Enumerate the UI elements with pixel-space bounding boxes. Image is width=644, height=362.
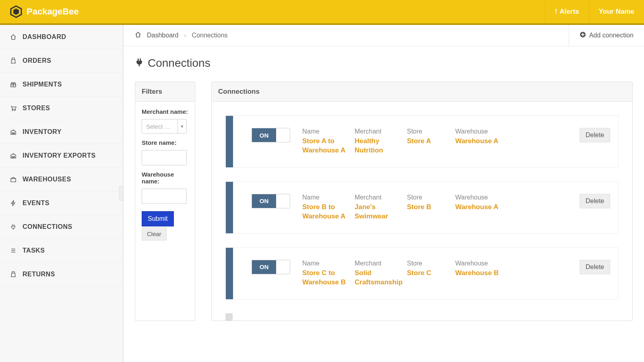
merchant-name-label: Merchant name: <box>142 108 188 115</box>
sidebar-item-label: EVENTS <box>23 200 50 207</box>
breadcrumb-current: Connections <box>192 32 228 39</box>
connection-card-partial <box>225 313 619 321</box>
bag-icon <box>10 57 17 64</box>
cart-icon <box>10 105 17 112</box>
field-label-merchant: Merchant <box>355 260 407 267</box>
field-label-merchant: Merchant <box>355 128 407 135</box>
connections-panel: Connections ON Name Store A to Warehouse… <box>211 82 633 321</box>
connection-name-link[interactable]: Store A to Warehouse A <box>302 137 355 155</box>
connection-card: ON Name Store C to Warehouse B Merchant … <box>225 247 619 300</box>
home-icon <box>10 33 17 41</box>
svg-point-4 <box>14 110 15 111</box>
gift-icon <box>10 81 17 88</box>
alert-icon: ! <box>555 8 557 16</box>
store-name-input[interactable] <box>142 150 187 165</box>
status-bar <box>226 116 233 167</box>
toggle-knob <box>276 128 290 142</box>
brand-logo-icon <box>10 5 23 18</box>
add-connection-label: Add connection <box>589 32 634 39</box>
delete-connection-button[interactable]: Delete <box>580 260 610 274</box>
plus-circle-icon <box>580 31 586 39</box>
connection-merchant-link[interactable]: Solid Craftsmanship <box>355 269 407 287</box>
brand[interactable]: PackageBee <box>0 5 79 18</box>
sidebar-item-orders[interactable]: ORDERS <box>0 49 123 73</box>
field-label-name: Name <box>302 128 355 135</box>
sidebar: DASHBOARD ORDERS SHIPMENTS STORES INVENT… <box>0 25 123 362</box>
field-label-warehouse: Warehouse <box>455 260 516 267</box>
warehouse-name-input[interactable] <box>142 189 187 204</box>
status-bar <box>226 248 233 299</box>
connection-toggle[interactable]: ON <box>252 260 290 274</box>
filters-submit-button[interactable]: Submit <box>142 211 174 226</box>
field-label-warehouse: Warehouse <box>455 194 516 201</box>
sidebar-item-events[interactable]: EVENTS <box>0 191 123 215</box>
plug-icon <box>10 223 17 230</box>
brand-name: PackageBee <box>27 6 79 17</box>
field-label-name: Name <box>302 194 355 201</box>
sidebar-item-label: RETURNS <box>23 271 55 278</box>
add-connection-button[interactable]: Add connection <box>569 25 644 46</box>
toggle-knob <box>276 194 290 208</box>
delete-connection-button[interactable]: Delete <box>580 194 610 208</box>
sidebar-item-connections[interactable]: CONNECTIONS <box>0 215 123 239</box>
connection-merchant-link[interactable]: Healthy Nutrition <box>355 137 407 155</box>
breadcrumb: Dashboard › Connections <box>124 25 239 46</box>
warehouse-icon <box>10 176 17 183</box>
sidebar-item-stores[interactable]: STORES <box>0 97 123 120</box>
sidebar-item-inventory-exports[interactable]: INVENTORY EXPORTS <box>0 144 123 168</box>
top-bar: PackageBee ! Alerts Your Name <box>0 0 644 23</box>
connection-name-link[interactable]: Store B to Warehouse A <box>302 203 355 221</box>
connection-merchant-link[interactable]: Jane's Swimwear <box>355 203 407 221</box>
connection-card: ON Name Store B to Warehouse A Merchant … <box>225 181 619 234</box>
alerts-label: Alerts <box>559 8 579 16</box>
connections-panel-title: Connections <box>212 82 632 102</box>
status-bar <box>226 182 233 233</box>
home-icon <box>135 31 141 39</box>
merchant-name-select[interactable]: Select ... ▼ <box>142 119 187 134</box>
bolt-icon <box>10 200 17 207</box>
user-menu[interactable]: Your Name <box>589 0 644 23</box>
toggle-on-label: ON <box>252 194 276 208</box>
toggle-on-label: ON <box>252 260 276 274</box>
field-label-warehouse: Warehouse <box>455 128 516 135</box>
connection-store-link[interactable]: Store C <box>407 269 455 278</box>
username: Your Name <box>599 8 635 16</box>
status-bar-inactive <box>225 313 233 321</box>
sidebar-item-warehouses[interactable]: WAREHOUSES <box>0 168 123 191</box>
field-label-name: Name <box>302 260 355 267</box>
field-label-store: Store <box>407 194 455 201</box>
connection-warehouse-link[interactable]: Warehouse B <box>455 269 516 278</box>
field-label-merchant: Merchant <box>355 194 407 201</box>
sidebar-item-label: CONNECTIONS <box>23 223 72 230</box>
filters-panel: Filters Merchant name: Select ... ▼ Stor… <box>135 82 195 321</box>
connection-warehouse-link[interactable]: Warehouse A <box>455 203 516 212</box>
filters-panel-title: Filters <box>135 82 195 102</box>
filters-clear-button[interactable]: Clear <box>142 227 167 241</box>
connection-store-link[interactable]: Store B <box>407 203 455 212</box>
breadcrumb-link-dashboard[interactable]: Dashboard <box>147 32 178 39</box>
sidebar-item-shipments[interactable]: SHIPMENTS <box>0 73 123 97</box>
field-label-store: Store <box>407 128 455 135</box>
connection-store-link[interactable]: Store A <box>407 137 455 146</box>
sidebar-item-tasks[interactable]: TASKS <box>0 239 123 263</box>
connection-toggle[interactable]: ON <box>252 128 290 142</box>
sidebar-item-dashboard[interactable]: DASHBOARD <box>0 25 123 49</box>
alerts-button[interactable]: ! Alerts <box>545 0 589 23</box>
sidebar-item-returns[interactable]: RETURNS <box>0 263 123 286</box>
sidebar-item-inventory[interactable]: INVENTORY <box>0 120 123 144</box>
field-label-store: Store <box>407 260 455 267</box>
connection-warehouse-link[interactable]: Warehouse A <box>455 137 516 146</box>
delete-connection-button[interactable]: Delete <box>580 128 610 142</box>
bag-icon <box>10 271 17 278</box>
warehouse-icon <box>10 128 17 136</box>
page-title: Connections <box>124 46 644 75</box>
connection-toggle[interactable]: ON <box>252 194 290 208</box>
merchant-select-placeholder: Select ... <box>142 123 178 130</box>
toggle-knob <box>276 260 290 274</box>
page-title-text: Connections <box>148 57 211 70</box>
sidebar-resize-handle[interactable] <box>119 186 123 201</box>
connection-name-link[interactable]: Store C to Warehouse B <box>302 269 355 287</box>
list-icon <box>10 247 17 254</box>
warehouse-icon <box>10 152 17 159</box>
chevron-right-icon: › <box>184 32 186 39</box>
